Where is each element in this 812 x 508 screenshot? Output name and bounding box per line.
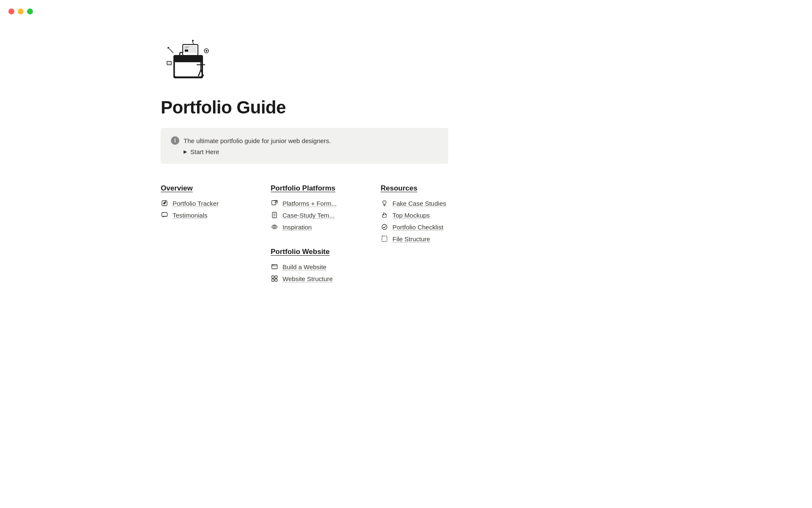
testimonials-label: Testimonials (173, 212, 208, 219)
info-box-header: i The ultimate portfolio guide for junio… (171, 136, 438, 145)
play-icon: ▶ (184, 149, 187, 155)
case-study-label: Case-Study Tem... (283, 212, 335, 219)
svg-rect-38 (275, 279, 277, 282)
svg-point-10 (199, 58, 203, 62)
svg-line-42 (384, 202, 384, 202)
edit-icon (161, 199, 168, 207)
list-item-portfolio-checklist[interactable]: Portfolio Checklist (381, 223, 465, 231)
column-overview: Overview Portfolio Tracker (161, 184, 245, 219)
website-structure-label: Website Structure (283, 275, 333, 282)
info-box: i The ultimate portfolio guide for junio… (161, 128, 448, 164)
list-item-testimonials[interactable]: Testimonials (161, 211, 245, 219)
hero-illustration (161, 34, 216, 89)
svg-rect-9 (185, 50, 188, 52)
inspiration-label: Inspiration (283, 224, 312, 231)
svg-rect-37 (272, 279, 274, 282)
portfolio-website-heading: Portfolio Website (271, 248, 355, 256)
fire-icon (381, 211, 388, 219)
portfolio-platforms-heading: Portfolio Platforms (271, 184, 355, 193)
file-structure-label: File Structure (392, 235, 430, 243)
chat-icon (161, 211, 168, 219)
svg-rect-22 (168, 62, 170, 64)
svg-point-44 (382, 224, 387, 229)
portfolio-platforms-list: Platforms + Form... Case-Study Tem... (271, 199, 355, 231)
list-item-top-mockups[interactable]: Top Mockups (381, 211, 465, 219)
svg-rect-25 (272, 201, 276, 205)
list-item-platforms-forms[interactable]: Platforms + Form... (271, 199, 355, 207)
column-portfolio-platforms: Portfolio Platforms Platforms + Form... (271, 184, 355, 282)
portfolio-website-list: Build a Website Website Structure (271, 263, 355, 282)
portfolio-checklist-label: Portfolio Checklist (392, 224, 443, 231)
grid-icon (271, 275, 278, 282)
start-here-label: Start Here (190, 148, 219, 155)
top-mockups-label: Top Mockups (392, 212, 430, 219)
list-item-build-website[interactable]: Build a Website (271, 263, 355, 271)
svg-point-20 (206, 50, 207, 52)
svg-point-33 (272, 265, 273, 265)
traffic-lights (8, 8, 33, 14)
svg-rect-45 (382, 236, 387, 242)
list-item-fake-case-studies[interactable]: Fake Case Studies (381, 199, 465, 207)
list-item-website-structure[interactable]: Website Structure (271, 275, 355, 282)
svg-rect-24 (162, 213, 167, 216)
svg-line-17 (192, 41, 194, 44)
svg-rect-3 (175, 57, 202, 62)
start-here-link[interactable]: ▶ Start Here (184, 148, 438, 155)
portfolio-tracker-label: Portfolio Tracker (173, 200, 219, 207)
list-item-file-structure[interactable]: File Structure (381, 235, 465, 243)
svg-rect-36 (275, 276, 277, 279)
info-icon: i (171, 136, 179, 145)
list-item-portfolio-tracker[interactable]: Portfolio Tracker (161, 199, 245, 207)
document-icon (271, 211, 278, 219)
resources-heading: Resources (381, 184, 465, 193)
overview-list: Portfolio Tracker Testimonials (161, 199, 245, 219)
minimize-button[interactable] (18, 8, 24, 14)
column-resources: Resources Fake Case S (381, 184, 465, 243)
close-button[interactable] (8, 8, 14, 14)
file-icon (381, 235, 388, 243)
svg-line-43 (385, 202, 386, 202)
fake-case-studies-label: Fake Case Studies (392, 200, 446, 207)
external-link-icon (271, 199, 278, 207)
info-description: The ultimate portfolio guide for junior … (184, 137, 331, 144)
list-item-case-study[interactable]: Case-Study Tem... (271, 211, 355, 219)
maximize-button[interactable] (27, 8, 33, 14)
svg-point-18 (192, 40, 194, 41)
page-title: Portfolio Guide (161, 97, 508, 118)
sub-section-portfolio-website: Portfolio Website Build a Website (271, 248, 355, 282)
list-item-inspiration[interactable]: Inspiration (271, 223, 355, 231)
eye-icon (271, 223, 278, 231)
svg-point-34 (273, 265, 274, 265)
svg-point-30 (274, 226, 275, 228)
check-circle-icon (381, 223, 388, 231)
svg-point-16 (167, 47, 169, 49)
resources-list: Fake Case Studies Top Mockups (381, 199, 465, 243)
columns-container: Overview Portfolio Tracker (161, 184, 508, 282)
browser-icon (271, 263, 278, 271)
overview-heading: Overview (161, 184, 245, 193)
build-website-label: Build a Website (283, 263, 326, 271)
platforms-forms-label: Platforms + Form... (283, 200, 337, 207)
svg-rect-5 (184, 45, 197, 53)
main-content: Portfolio Guide i The ultimate portfolio… (144, 0, 524, 316)
svg-line-15 (169, 49, 173, 53)
svg-rect-35 (272, 276, 274, 279)
lightbulb-icon (381, 199, 388, 207)
